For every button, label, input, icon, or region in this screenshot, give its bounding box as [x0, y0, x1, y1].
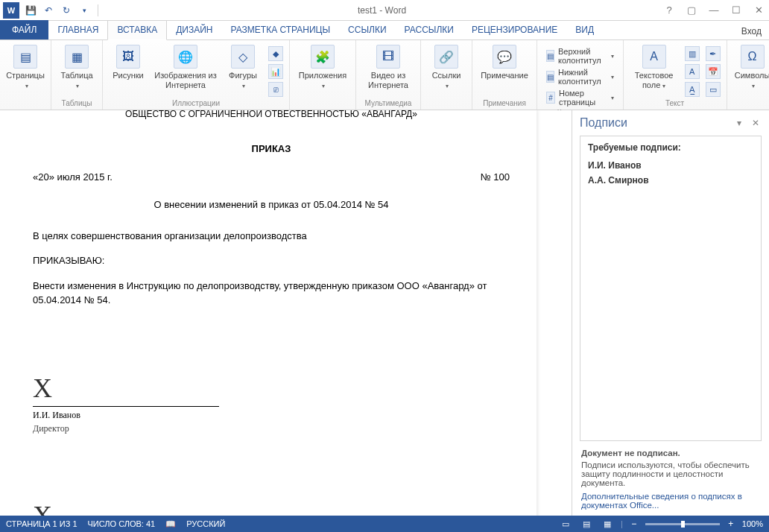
video-label: Видео из Интернета	[362, 71, 414, 89]
minimize-icon[interactable]: —	[708, 4, 720, 16]
quickparts-icon[interactable]: ▥	[685, 46, 700, 61]
object-icon[interactable]: ▭	[706, 82, 721, 97]
signature-line	[33, 406, 219, 407]
group-text: A Текстовое поле▾ ▥ A A̲ ✒ 📅 ▭ Текст	[624, 40, 727, 110]
tab-design[interactable]: ДИЗАЙН	[167, 21, 221, 39]
zoom-in-icon[interactable]: +	[726, 519, 736, 529]
footer-button[interactable]: ▤Нижний колонтитул▾	[543, 67, 617, 86]
group-symbols: Ω Символы▾	[727, 40, 769, 110]
table-icon: ▦	[65, 45, 89, 69]
signature-block-1[interactable]: X И.И. Иванов Директор	[33, 375, 510, 435]
pages-label: Страницы	[6, 71, 45, 80]
status-page[interactable]: СТРАНИЦА 1 ИЗ 1	[6, 519, 77, 528]
web-layout-icon[interactable]: ▦	[600, 518, 615, 530]
tab-home[interactable]: ГЛАВНАЯ	[48, 21, 107, 39]
close-icon[interactable]: ✕	[753, 4, 765, 16]
document-page: ОБЩЕСТВО С ОГРАНИЧЕННОЙ ОТВЕСТВЕННОСТЬЮ …	[0, 110, 537, 516]
tab-file[interactable]: ФАЙЛ	[0, 20, 48, 39]
tab-insert[interactable]: ВСТАВКА	[107, 20, 167, 40]
hyperlink-icon: 🔗	[434, 45, 458, 69]
zoom-slider[interactable]	[645, 523, 720, 525]
status-wordcount[interactable]: ЧИСЛО СЛОВ: 41	[88, 519, 156, 528]
pane-title: Подписи	[580, 116, 729, 130]
tab-review[interactable]: РЕЦЕНЗИРОВАНИЕ	[463, 21, 566, 39]
pages-button[interactable]: ▤ Страницы▾	[6, 43, 45, 89]
apps-button[interactable]: 🧩 Приложения▾	[296, 43, 349, 89]
signer-1[interactable]: И.И. Иванов	[588, 160, 753, 171]
word-app-icon: W	[3, 2, 19, 19]
textbox-label: Текстовое поле	[635, 71, 674, 89]
pagenum-label: Номер страницы	[559, 89, 605, 107]
group-pages: ▤ Страницы▾	[0, 40, 51, 110]
pictures-button[interactable]: 🖼 Рисунки	[109, 43, 148, 80]
tab-view[interactable]: ВИД	[566, 21, 603, 39]
qat-customize-icon[interactable]: ▾	[77, 4, 91, 17]
signature-info-link[interactable]: Дополнительные сведения о подписях в док…	[581, 492, 760, 510]
page-number-button[interactable]: #Номер страницы▾	[543, 88, 617, 107]
group-apps: 🧩 Приложения▾	[290, 40, 356, 110]
group-label-illustrations: Иллюстрации	[172, 98, 220, 108]
undo-icon[interactable]: ↶	[42, 4, 55, 17]
textbox-button[interactable]: A Текстовое поле▾	[630, 43, 679, 89]
pane-close-icon[interactable]: ✕	[750, 117, 762, 129]
title-bar: W 💾 ↶ ↻ ▾ test1 - Word ? ▢ — ☐ ✕	[0, 0, 769, 21]
links-button[interactable]: 🔗 Ссылки▾	[427, 43, 466, 89]
comment-label: Примечание	[481, 71, 528, 80]
pane-options-icon[interactable]: ▾	[733, 117, 745, 129]
tab-mailings[interactable]: РАССЫЛКИ	[396, 21, 463, 39]
group-tables: ▦ Таблица▾ Таблицы	[51, 40, 103, 110]
group-comments: 💬 Примечание Примечания	[472, 40, 537, 110]
header-button[interactable]: ▤Верхний колонтитул▾	[543, 46, 617, 66]
document-area[interactable]: ОБЩЕСТВО С ОГРАНИЧЕННОЙ ОТВЕСТВЕННОСТЬЮ …	[0, 110, 572, 516]
group-label-comments: Примечания	[483, 98, 526, 108]
table-button[interactable]: ▦ Таблица▾	[57, 43, 96, 89]
wordart-icon[interactable]: A	[685, 64, 700, 79]
redo-icon[interactable]: ↻	[60, 4, 73, 17]
date-time-icon[interactable]: 📅	[706, 64, 721, 79]
required-signatures-label: Требуемые подписи:	[588, 142, 753, 153]
dropcap-icon[interactable]: A̲	[685, 82, 700, 97]
group-media: 🎞 Видео из Интернета Мультимедиа	[356, 40, 421, 110]
apps-icon: 🧩	[311, 45, 335, 69]
shapes-icon: ◇	[231, 45, 255, 69]
signature-line-icon[interactable]: ✒	[706, 46, 721, 61]
comment-button[interactable]: 💬 Примечание	[478, 43, 531, 80]
online-pictures-button[interactable]: 🌐 Изображения из Интернета	[154, 43, 218, 89]
signature-1-role: Директор	[33, 422, 510, 435]
pictures-label: Рисунки	[113, 71, 144, 80]
status-proofing-icon[interactable]: 📖	[165, 519, 176, 529]
read-mode-icon[interactable]: ▭	[558, 518, 573, 530]
picture-icon: 🖼	[116, 45, 140, 69]
window-controls: ? ▢ — ☐ ✕	[663, 4, 765, 16]
maximize-icon[interactable]: ☐	[730, 4, 742, 16]
signature-block-2[interactable]: X А.А. Смирнов Заместитель Директора	[33, 502, 510, 516]
zoom-level[interactable]: 100%	[742, 519, 763, 528]
status-bar: СТРАНИЦА 1 ИЗ 1 ЧИСЛО СЛОВ: 41 📖 РУССКИЙ…	[0, 516, 769, 532]
save-icon[interactable]: 💾	[24, 4, 37, 17]
tab-references[interactable]: ССЫЛКИ	[339, 21, 395, 39]
table-label: Таблица	[60, 71, 92, 80]
chart-icon[interactable]: 📊	[268, 64, 283, 79]
online-video-button[interactable]: 🎞 Видео из Интернета	[362, 43, 414, 89]
smartart-icon[interactable]: ◆	[268, 46, 283, 61]
symbols-button[interactable]: Ω Символы▾	[733, 43, 769, 89]
paragraph-2: ПРИКАЗЫВАЮ:	[33, 253, 510, 268]
apps-label: Приложения	[299, 71, 346, 80]
text-extras-1: ▥ A A̲	[685, 43, 700, 97]
shapes-button[interactable]: ◇ Фигуры▾	[224, 43, 262, 89]
tab-page-layout[interactable]: РАЗМЕТКА СТРАНИЦЫ	[222, 21, 340, 39]
print-layout-icon[interactable]: ▤	[579, 518, 594, 530]
signature-1-name: И.И. Иванов	[33, 408, 510, 422]
help-icon[interactable]: ?	[663, 4, 675, 16]
textbox-icon: A	[642, 45, 666, 69]
separator	[98, 4, 98, 16]
status-language[interactable]: РУССКИЙ	[186, 519, 225, 528]
signer-2[interactable]: А.А. Смирнов	[588, 175, 753, 186]
sign-in-link[interactable]: Вход	[734, 23, 769, 39]
header-label: Верхний колонтитул	[558, 47, 605, 65]
screenshot-icon[interactable]: ⎚	[268, 82, 283, 97]
illustration-extras: ◆ 📊 ⎚	[268, 43, 283, 97]
zoom-out-icon[interactable]: −	[629, 519, 639, 529]
pane-footer: Документ не подписан. Подписи используют…	[572, 441, 769, 516]
ribbon-display-options-icon[interactable]: ▢	[686, 4, 697, 16]
